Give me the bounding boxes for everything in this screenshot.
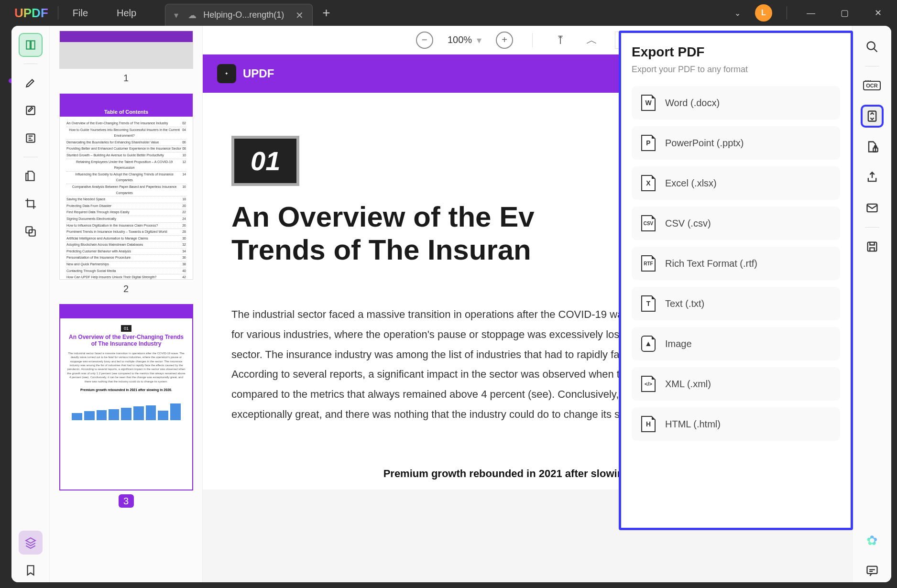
prev-page-button[interactable]: ︿ [583,32,601,49]
share-button[interactable] [861,166,884,189]
add-tab-button[interactable]: + [322,5,330,21]
email-button[interactable] [861,196,884,219]
chapter-badge: 01 [231,136,299,186]
right-toolbar: •••OCR ✿ [852,26,891,582]
first-page-button[interactable]: ⤒ [552,32,569,49]
export-csv[interactable]: CSVCSV (.csv) [632,207,840,240]
save-button[interactable] [861,235,884,258]
thumbnail-panel: 1 Table of Contents An Overview of the E… [50,26,203,582]
search-button[interactable] [861,35,884,58]
tab-title: Helping-O...rength(1) [203,10,284,20]
export-excel[interactable]: XExcel (.xlsx) [632,166,840,200]
menu-help[interactable]: Help [117,8,136,19]
minimize-button[interactable]: — [801,8,820,18]
svg-rect-8 [867,242,876,251]
left-toolbar [11,26,50,582]
chapter-badge-thumb: 01 [121,325,131,332]
doc-brand: UPDF [243,67,274,80]
zoom-in-button[interactable]: + [496,32,513,49]
menu-file[interactable]: File [73,8,88,19]
thumbnail-2[interactable]: Table of Contents An Overview of the Eve… [59,93,193,294]
thumbnail-3[interactable]: 01 An Overview of the Ever-Changing Tren… [59,304,193,508]
thumb-number-active: 3 [119,494,134,508]
zoom-out-button[interactable]: − [416,32,433,49]
export-pdf-panel: Export PDF Export your PDF to any format… [619,31,853,530]
export-panel-subtitle: Export your PDF to any format [632,65,840,75]
dropdown-icon[interactable]: ⌄ [734,9,741,18]
maximize-button[interactable]: ▢ [835,8,854,18]
titlebar: UPDF File Help ▾ ☁ Helping-O...rength(1)… [0,0,897,26]
comment-button[interactable] [861,559,884,582]
export-text[interactable]: TText (.txt) [632,287,840,320]
crop-tool[interactable] [19,192,43,216]
protect-button[interactable] [861,135,884,158]
svg-point-4 [867,42,875,50]
export-pdf-button[interactable] [861,105,884,128]
export-panel-title: Export PDF [632,44,840,60]
compare-tool[interactable] [19,219,43,243]
export-html[interactable]: HHTML (.html) [632,407,840,441]
export-xml[interactable]: </>XML (.xml) [632,367,840,401]
thumb-number: 2 [59,283,193,294]
updf-logo-small: ✦ [217,64,236,83]
toc-title: Table of Contents [60,107,193,117]
document-tab[interactable]: ▾ ☁ Helping-O...rength(1) ✕ [165,4,313,26]
close-tab-icon[interactable]: ✕ [295,10,304,21]
text-tool[interactable] [19,126,43,150]
edit-tool[interactable] [19,98,43,122]
export-powerpoint[interactable]: PPowerPoint (.pptx) [632,126,840,160]
cloud-icon: ☁ [188,10,197,21]
bookmark-tool[interactable] [19,558,43,582]
export-rtf[interactable]: RTFRich Text Format (.rtf) [632,247,840,280]
tab-dropdown-icon[interactable]: ▾ [174,10,178,21]
app-logo: UPDF [14,6,48,21]
user-avatar[interactable]: L [755,4,772,22]
reader-tool[interactable] [19,33,43,57]
highlight-tool[interactable] [19,71,43,95]
chapter-title-thumb: An Overview of the Ever-Changing Trends … [67,334,186,348]
zoom-value[interactable]: 100% [448,34,472,45]
export-word[interactable]: WWord (.docx) [632,86,840,120]
zoom-dropdown-icon[interactable]: ▾ [477,34,481,46]
ai-assistant-button[interactable]: ✿ [861,529,884,552]
thumbnail-1[interactable]: 1 [59,31,193,84]
layers-tool[interactable] [19,531,43,555]
close-window-button[interactable]: ✕ [868,8,887,18]
pages-tool[interactable] [19,164,43,188]
thumb-number: 1 [59,73,193,84]
export-image[interactable]: ▲Image [632,327,840,360]
ocr-button[interactable]: •••OCR [861,74,884,97]
